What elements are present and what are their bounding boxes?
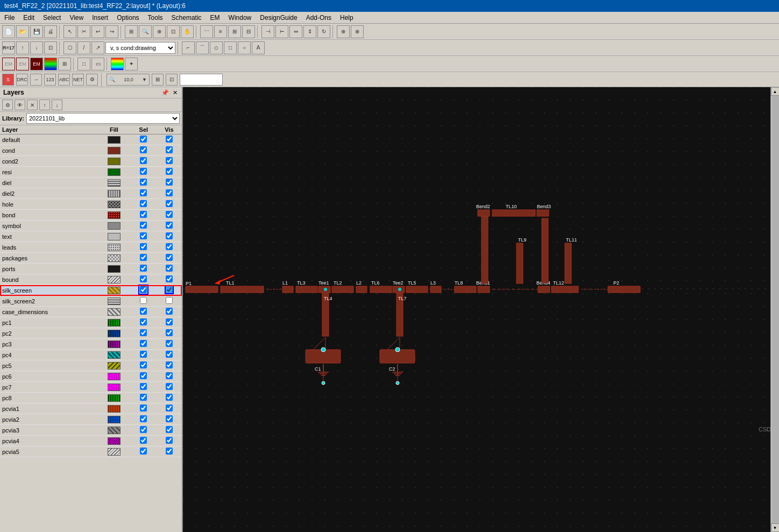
layer-fill-box[interactable]	[108, 147, 121, 154]
layer-down-btn[interactable]: ↓	[52, 100, 62, 110]
menu-item-help[interactable]: Help	[336, 13, 358, 23]
layer-vis-cell[interactable]	[157, 350, 182, 360]
tb4-grid-btn[interactable]: ⊞	[152, 74, 164, 86]
layer-vis-checkbox[interactable]	[166, 372, 173, 379]
table-row[interactable]: pcvia2	[0, 414, 182, 425]
layer-vis-checkbox[interactable]	[166, 329, 173, 336]
layer-fill-cell[interactable]	[97, 382, 131, 393]
table-row[interactable]: pc6	[0, 371, 182, 382]
layer-vis-checkbox[interactable]	[166, 275, 173, 282]
layer-fill-cell[interactable]	[97, 371, 131, 382]
layer-vis-cell[interactable]	[157, 403, 182, 414]
layer-sel-checkbox[interactable]	[140, 286, 147, 293]
layer-fill-box[interactable]	[108, 265, 121, 273]
menu-item-view[interactable]: View	[65, 13, 88, 23]
layer-vis-cell[interactable]	[157, 134, 182, 145]
layer-vis-checkbox[interactable]	[166, 297, 173, 304]
layer-delete-btn[interactable]: ✕	[27, 100, 38, 110]
layer-sel-checkbox[interactable]	[140, 275, 147, 282]
draw-curve[interactable]: ⌒	[196, 41, 209, 54]
layer-fill-box[interactable]	[108, 233, 121, 240]
menu-item-tools[interactable]: Tools	[144, 13, 167, 23]
table-row[interactable]: pc7	[0, 382, 182, 393]
table-row[interactable]: bound	[0, 274, 182, 285]
layer-fill-box[interactable]	[108, 437, 121, 445]
table-row[interactable]: symbol	[0, 221, 182, 231]
coord-input[interactable]	[180, 74, 223, 86]
layer-fill-box[interactable]	[108, 416, 121, 423]
layer-vis-cell[interactable]	[157, 221, 182, 231]
snap-btn[interactable]: ⊞	[125, 25, 138, 38]
menu-item-select[interactable]: Select	[39, 13, 65, 23]
layer-vis-checkbox[interactable]	[166, 286, 173, 293]
layer-vis-cell[interactable]	[157, 425, 182, 436]
layer-fill-box[interactable]	[108, 330, 121, 337]
layer-vis-cell[interactable]	[157, 199, 182, 210]
layer-vis-checkbox[interactable]	[166, 157, 173, 164]
table-row[interactable]: default	[0, 134, 182, 145]
table-row[interactable]: pc5	[0, 360, 182, 371]
layer-fill-box[interactable]	[108, 351, 121, 359]
menu-item-window[interactable]: Window	[224, 13, 256, 23]
table-row[interactable]: cond	[0, 145, 182, 156]
layer-vis-cell[interactable]	[157, 436, 182, 446]
tb3-em3[interactable]: EM	[30, 58, 43, 70]
layer-vis-cell[interactable]	[157, 210, 182, 221]
table-row[interactable]: packages	[0, 253, 182, 264]
layer-fill-cell[interactable]	[97, 242, 131, 253]
layer-sel-checkbox[interactable]	[140, 361, 147, 368]
layer-dropdown[interactable]: v, s cond:drawing	[105, 42, 175, 54]
draw-text[interactable]: A	[252, 41, 265, 54]
layer-fill-cell[interactable]	[97, 350, 131, 360]
layer-fill-box[interactable]	[108, 201, 121, 208]
layer-sel-cell[interactable]	[131, 339, 157, 350]
layer-fill-cell[interactable]	[97, 296, 131, 307]
save-btn[interactable]: 💾	[30, 25, 43, 38]
layer-vis-checkbox[interactable]	[166, 211, 173, 218]
layer-vis-cell[interactable]	[157, 145, 182, 156]
layer-fill-box[interactable]	[108, 276, 121, 283]
layer-sel-cell[interactable]	[131, 231, 157, 242]
layer-sel-cell[interactable]	[131, 307, 157, 317]
flip-v-btn[interactable]: ⇕	[303, 25, 316, 38]
layer-fill-box[interactable]	[108, 362, 121, 370]
layer-sel-cell[interactable]	[131, 156, 157, 167]
tb4-btn6[interactable]: NET	[72, 74, 84, 86]
zoom-fit-btn[interactable]: ⊕	[153, 25, 166, 38]
zoom-in-btn[interactable]: 🔍	[139, 25, 152, 38]
layer-sel-cell[interactable]	[131, 221, 157, 231]
layer-vis-checkbox[interactable]	[166, 361, 173, 368]
layer-fill-cell[interactable]	[97, 178, 131, 188]
layer-fill-box[interactable]	[108, 373, 121, 380]
redo-btn[interactable]: ↪	[105, 25, 118, 38]
layer-vis-cell[interactable]	[157, 296, 182, 307]
layer-sel-cell[interactable]	[131, 242, 157, 253]
layer-sel-checkbox[interactable]	[140, 189, 147, 196]
layer-vis-cell[interactable]	[157, 188, 182, 199]
table-row[interactable]: pc2	[0, 328, 182, 339]
menu-item-insert[interactable]: Insert	[88, 13, 112, 23]
layer-sel-cell[interactable]	[131, 274, 157, 285]
layer-sel-checkbox[interactable]	[140, 383, 147, 390]
dist-btn[interactable]: ⊢	[275, 25, 288, 38]
table-row[interactable]: diel2	[0, 188, 182, 199]
layer-fill-box[interactable]	[108, 158, 121, 165]
menu-item-designguide[interactable]: DesignGuide	[256, 13, 301, 23]
layer-fill-box[interactable]	[108, 448, 121, 456]
layer-sel-checkbox[interactable]	[140, 265, 147, 272]
layer-vis-checkbox[interactable]	[166, 415, 173, 422]
draw-rect[interactable]: □	[224, 41, 237, 54]
layer-sel-cell[interactable]	[131, 425, 157, 436]
layer-sel-cell[interactable]	[131, 436, 157, 446]
table-row[interactable]: pcvia5	[0, 446, 182, 457]
layer-fill-box[interactable]	[108, 394, 121, 402]
layer-vis-checkbox[interactable]	[166, 394, 173, 401]
layer-fill-box[interactable]	[108, 287, 121, 294]
compass-btn[interactable]: ⊕	[337, 25, 350, 38]
layer-fill-box[interactable]	[108, 136, 121, 144]
layer-fill-box[interactable]	[108, 405, 121, 413]
scroll-up-btn[interactable]: ▲	[771, 87, 780, 96]
layer-sel-cell[interactable]	[131, 134, 157, 145]
tb3-star[interactable]: ✦	[125, 58, 138, 70]
tb3-fill[interactable]	[111, 58, 124, 70]
